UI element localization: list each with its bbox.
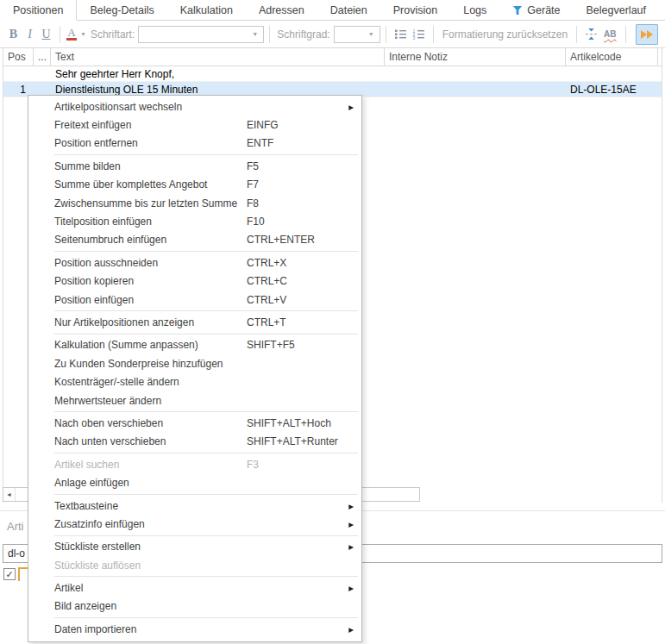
menu-item-artikel[interactable]: Artikel▶ xyxy=(28,578,361,597)
menu-item-nur-artikelpositionen-anzeigen[interactable]: Nur Artikelpositionen anzeigenCTRL+T xyxy=(28,313,361,331)
font-size-select[interactable]: ▼ xyxy=(334,26,380,43)
tab-label: Adressen xyxy=(259,4,304,16)
menu-item-stückliste-erstellen[interactable]: Stückliste erstellen▶ xyxy=(28,538,361,556)
menu-item-kostenträger-stelle-ändern[interactable]: Kostenträger/-stelle ändern xyxy=(28,372,361,391)
menu-separator xyxy=(54,617,358,618)
font-family-select[interactable]: ▼ xyxy=(138,26,264,43)
menu-item-label: Artikel xyxy=(54,582,83,594)
menu-item-label: Stückliste erstellen xyxy=(54,541,141,553)
grid-body: Sehr geehrter Herr Knopf,1Dienstleistung… xyxy=(3,66,662,97)
menu-item-shortcut: CTRL+X xyxy=(247,257,286,269)
menu-item-position-ausschneiden[interactable]: Position ausschneidenCTRL+X xyxy=(28,253,361,272)
menu-item-label: Zu Kunden Sonderpreise hinzufügen xyxy=(54,358,223,370)
context-menu: Artikelpositionsart wechseln▶Freitext ei… xyxy=(28,95,362,642)
menu-item-label: Kostenträger/-stelle ändern xyxy=(54,376,179,388)
submenu-arrow-icon: ▶ xyxy=(348,543,354,551)
line-spacing-icon[interactable] xyxy=(585,28,598,41)
font-color-button[interactable]: A xyxy=(66,28,77,41)
app-window: PositionenBeleg-DetailsKalkulationAdress… xyxy=(0,0,665,644)
menu-item-seitenumbruch-einfügen[interactable]: Seitenumbruch einfügenCTRL+ENTER xyxy=(28,231,361,249)
scroll-left-button[interactable]: ◄ xyxy=(3,488,16,501)
menu-separator xyxy=(54,576,358,577)
menu-item-artikelpositionsart-wechseln[interactable]: Artikelpositionsart wechseln▶ xyxy=(28,97,361,116)
menu-item-nach-unten-verschieben[interactable]: Nach unten verschiebenSHIFT+ALT+Runter xyxy=(28,433,361,451)
menu-item-kalkulation-summe-anpassen[interactable]: Kalkulation (Summe anpassen)SHIFT+F5 xyxy=(28,336,361,354)
bullet-list-icon[interactable] xyxy=(394,28,407,40)
menu-item-zwischensumme-bis-zur-letzten-summe[interactable]: Zwischensumme bis zur letzten SummeF8 xyxy=(28,194,361,212)
tab-dateien[interactable]: Dateien xyxy=(317,0,380,20)
formatting-toolbar: B I U A ▼ Schriftart: ▼ Schriftgrad: ▼ 1… xyxy=(0,21,665,48)
toolbar-separator xyxy=(269,26,270,43)
tab-bar: PositionenBeleg-DetailsKalkulationAdress… xyxy=(0,0,665,21)
tab-provision[interactable]: Provision xyxy=(380,0,450,20)
menu-separator xyxy=(54,453,358,453)
column-header-interne-notiz[interactable]: Interne Notiz xyxy=(385,48,566,66)
menu-item-zu-kunden-sonderpreise-hinzufügen[interactable]: Zu Kunden Sonderpreise hinzufügen xyxy=(28,354,361,372)
menu-item-label: Position ausschneiden xyxy=(54,257,158,269)
cell-dots xyxy=(34,66,51,81)
bottom-checkbox[interactable]: ✓ xyxy=(3,568,16,580)
menu-item-shortcut: SHIFT+ALT+Runter xyxy=(247,435,338,447)
menu-item-zusatzinfo-einfügen[interactable]: Zusatzinfo einfügen▶ xyxy=(28,515,361,533)
menu-item-summe-bilden[interactable]: Summe bildenF5 xyxy=(28,157,361,175)
menu-item-shortcut: F7 xyxy=(247,178,259,191)
column-header-text[interactable]: Text xyxy=(51,48,385,66)
menu-item-titelposition-einfügen[interactable]: Titelposition einfügenF10 xyxy=(28,212,361,230)
menu-item-label: Titelposition einfügen xyxy=(54,216,152,228)
menu-item-anlage-einfügen[interactable]: Anlage einfügen xyxy=(28,473,361,491)
reset-formatting-button[interactable]: Formatierung zurücksetzen xyxy=(442,28,568,41)
menu-item-shortcut: F8 xyxy=(247,197,259,209)
tab-geräte[interactable]: Geräte xyxy=(499,0,573,20)
dropdown-caret-icon: ▼ xyxy=(368,31,374,37)
menu-item-label: Nur Artikelpositionen anzeigen xyxy=(54,316,194,328)
menu-item-summe-über-komplettes-angebot[interactable]: Summe über komplettes AngebotF7 xyxy=(28,176,361,194)
font-size-label: Schriftgrad: xyxy=(277,28,329,41)
menu-item-shortcut: EINFG xyxy=(247,119,279,131)
menu-item-artikel-suchen: Artikel suchenF3 xyxy=(28,455,361,473)
menu-item-label: Bild anzeigen xyxy=(54,600,116,612)
column-header-pos[interactable]: Pos xyxy=(3,48,34,66)
tab-adressen[interactable]: Adressen xyxy=(246,0,317,20)
menu-item-freitext-einfügen[interactable]: Freitext einfügenEINFG xyxy=(28,116,361,134)
toolbar-separator xyxy=(433,26,434,43)
submenu-arrow-icon: ▶ xyxy=(348,502,354,510)
bold-button[interactable]: B xyxy=(6,25,21,44)
font-color-icon: A xyxy=(67,28,75,37)
toolbar-separator xyxy=(386,26,386,43)
menu-item-position-entfernen[interactable]: Position entfernenENTF xyxy=(28,134,361,153)
menu-item-position-kopieren[interactable]: Position kopierenCTRL+C xyxy=(28,272,361,291)
menu-item-label: Daten importieren xyxy=(54,623,136,635)
toolbar-separator xyxy=(625,26,626,43)
tab-kalkulation[interactable]: Kalkulation xyxy=(167,0,246,20)
numbered-list-icon[interactable]: 123 xyxy=(412,28,425,40)
tab-beleg-details[interactable]: Beleg-Details xyxy=(77,0,166,20)
font-color-caret-icon[interactable]: ▼ xyxy=(80,31,86,37)
tab-positionen[interactable]: Positionen xyxy=(0,0,77,20)
menu-item-position-einfügen[interactable]: Position einfügenCTRL+V xyxy=(28,291,361,309)
italic-button[interactable]: I xyxy=(22,25,37,44)
table-row[interactable]: Sehr geehrter Herr Knopf, xyxy=(3,66,662,82)
tab-label: Provision xyxy=(393,4,437,16)
tab-label: Belegverlauf xyxy=(587,4,647,16)
column-header-[interactable]: ... xyxy=(34,48,51,66)
menu-item-mehrwertsteuer-ändern[interactable]: Mehrwertsteuer ändern xyxy=(28,391,361,410)
grid-header: Pos...TextInterne NotizArtikelcode xyxy=(3,48,662,66)
tab-belegverlauf[interactable]: Belegverlauf xyxy=(574,0,660,20)
menu-item-textbausteine[interactable]: Textbausteine▶ xyxy=(28,497,361,515)
menu-item-daten-importieren[interactable]: Daten importieren▶ xyxy=(28,620,361,638)
menu-item-label: Nach oben verschieben xyxy=(54,417,163,429)
menu-item-label: Position einfügen xyxy=(54,294,134,306)
menu-item-nach-oben-verschieben[interactable]: Nach oben verschiebenSHIFT+ALT+Hoch xyxy=(28,414,361,432)
menu-item-bild-anzeigen[interactable]: Bild anzeigen xyxy=(28,597,361,616)
submenu-arrow-icon: ▶ xyxy=(348,585,354,592)
tab-logs[interactable]: Logs xyxy=(450,0,499,20)
menu-item-label: Artikelpositionsart wechseln xyxy=(54,101,182,113)
menu-item-shortcut: ENTF xyxy=(247,137,273,149)
underline-button[interactable]: U xyxy=(39,25,53,44)
menu-item-label: Artikel suchen xyxy=(54,459,119,471)
column-header-artikelcode[interactable]: Artikelcode xyxy=(566,48,658,66)
tab-label: Positionen xyxy=(13,4,63,16)
cell-text: Sehr geehrter Herr Knopf, xyxy=(51,66,385,81)
spellcheck-icon[interactable]: AB xyxy=(604,29,616,39)
jump-to-position-button[interactable] xyxy=(636,24,658,45)
